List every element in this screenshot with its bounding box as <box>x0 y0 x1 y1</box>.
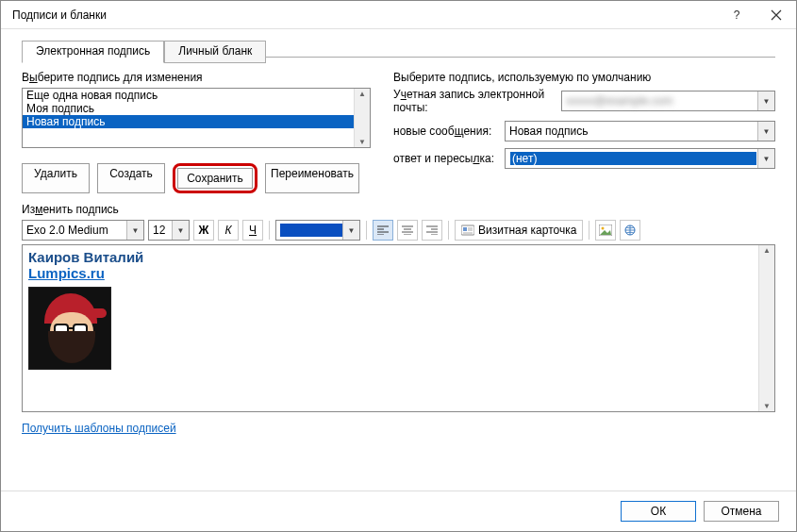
dialog-window: Подписи и бланки ? Электронная подпись Л… <box>0 0 797 532</box>
reply-forward-label: ответ и пересылка: <box>393 152 505 165</box>
scrollbar[interactable]: ▲ ▼ <box>354 89 370 147</box>
list-item[interactable]: Моя подпись <box>23 102 354 115</box>
business-card-button[interactable]: Визитная карточка <box>455 220 583 241</box>
chevron-down-icon[interactable]: ▼ <box>342 221 359 240</box>
tab-personal-template[interactable]: Личный бланк <box>164 41 266 63</box>
signature-listbox[interactable]: Еще одна новая подпись Моя подпись Новая… <box>22 88 371 148</box>
new-messages-label: новые сообщения: <box>393 125 505 138</box>
default-signature-heading: Выберите подпись, используемую по умолча… <box>393 71 775 84</box>
font-color-combo[interactable]: ■■■■ ▼ <box>275 220 360 241</box>
tab-signature[interactable]: Электронная подпись <box>22 41 164 63</box>
separator <box>269 221 270 240</box>
left-column: Выберите подпись для изменения Еще одна … <box>22 71 371 193</box>
list-item[interactable]: Новая подпись <box>23 115 354 128</box>
underline-button[interactable]: Ч <box>242 220 263 241</box>
chevron-down-icon[interactable]: ▼ <box>126 221 143 240</box>
align-left-button[interactable] <box>373 220 393 241</box>
new-messages-combo[interactable]: Новая подпись ▼ <box>505 121 775 141</box>
save-button[interactable]: Сохранить <box>177 168 253 189</box>
bold-button[interactable]: Ж <box>193 220 214 241</box>
align-right-button[interactable] <box>422 220 442 241</box>
svg-rect-1 <box>463 227 467 231</box>
create-button[interactable]: Создать <box>97 163 165 193</box>
separator <box>448 221 449 240</box>
panel: Выберите подпись для изменения Еще одна … <box>1 63 796 435</box>
align-center-button[interactable] <box>397 220 418 241</box>
scroll-up-icon[interactable]: ▲ <box>357 89 367 99</box>
separator <box>366 221 367 240</box>
editor-scrollbar[interactable]: ▲ ▼ <box>758 245 774 411</box>
edit-signature-section: Изменить подпись Exo 2.0 Medium ▼ 12 ▼ Ж… <box>22 203 775 435</box>
cancel-button[interactable]: Отмена <box>704 501 779 522</box>
rename-button[interactable]: Переименовать <box>265 163 359 193</box>
close-button[interactable] <box>756 1 796 29</box>
insert-image-button[interactable] <box>595 220 616 241</box>
chevron-down-icon[interactable]: ▼ <box>757 122 774 141</box>
chevron-down-icon[interactable]: ▼ <box>757 91 774 110</box>
font-size-combo[interactable]: 12 ▼ <box>148 220 190 241</box>
insert-link-button[interactable] <box>620 220 640 241</box>
chevron-down-icon[interactable]: ▼ <box>757 149 774 168</box>
right-column: Выберите подпись, используемую по умолча… <box>393 71 775 193</box>
signature-buttons-row: Удалить Создать Сохранить Переименовать <box>22 163 371 193</box>
reply-forward-combo[interactable]: (нет) ▼ <box>505 148 775 169</box>
editor-avatar-image[interactable] <box>28 287 111 370</box>
delete-button[interactable]: Удалить <box>22 163 90 193</box>
window-title: Подписи и бланки <box>12 8 717 22</box>
chevron-down-icon[interactable]: ▼ <box>172 221 189 240</box>
ok-button[interactable]: ОК <box>621 501 696 522</box>
dialog-footer: ОК Отмена <box>1 490 796 531</box>
separator <box>589 221 589 240</box>
email-account-label: Учетная запись электронной почты: <box>393 88 561 114</box>
scroll-down-icon[interactable]: ▼ <box>357 137 367 147</box>
editor-toolbar: Exo 2.0 Medium ▼ 12 ▼ Ж К Ч ■■■■ ▼ <box>22 220 775 241</box>
choose-signature-label: Выберите подпись для изменения <box>22 71 371 84</box>
signature-editor[interactable]: Каиров Виталий Lumpics.ru ▲ ▼ <box>22 244 775 412</box>
help-button[interactable]: ? <box>717 1 756 29</box>
get-templates-link[interactable]: Получить шаблоны подписей <box>22 422 176 435</box>
list-item[interactable]: Еще одна новая подпись <box>23 89 354 102</box>
editor-line-link[interactable]: Lumpics.ru <box>28 265 753 281</box>
svg-point-3 <box>602 227 605 230</box>
italic-button[interactable]: К <box>218 220 239 241</box>
tab-row: Электронная подпись Личный бланк <box>22 41 796 63</box>
scroll-up-icon[interactable]: ▲ <box>762 245 772 256</box>
email-account-combo[interactable]: xxxxx@example.com ▼ <box>561 91 775 111</box>
scroll-down-icon[interactable]: ▼ <box>762 401 772 411</box>
edit-signature-label: Изменить подпись <box>22 203 775 216</box>
font-combo[interactable]: Exo 2.0 Medium ▼ <box>22 220 144 241</box>
card-icon <box>461 224 474 236</box>
editor-line-name[interactable]: Каиров Виталий <box>28 249 753 265</box>
titlebar: Подписи и бланки ? <box>1 1 796 29</box>
save-highlight: Сохранить <box>173 163 257 193</box>
